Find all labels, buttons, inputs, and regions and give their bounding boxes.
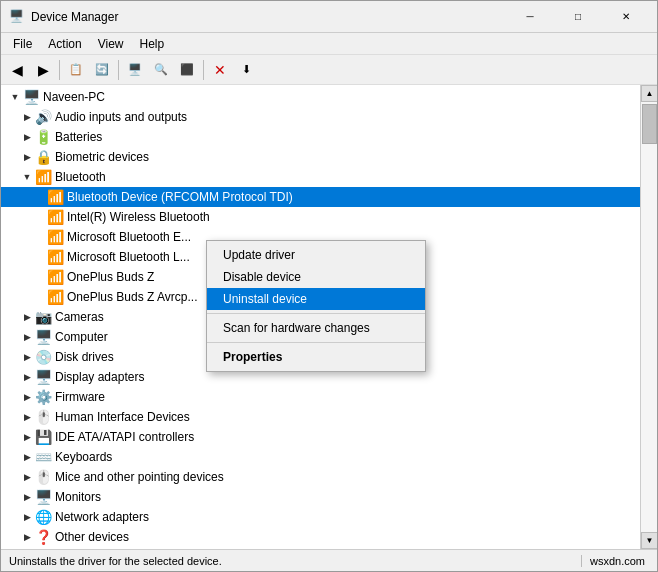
ctx-update-driver[interactable]: Update driver	[207, 244, 425, 266]
tree-item-batteries[interactable]: ▶ 🔋 Batteries	[1, 127, 640, 147]
cameras-expand-icon[interactable]: ▶	[21, 311, 33, 323]
disable-button[interactable]: 🖥️	[123, 58, 147, 82]
tree-item-firmware[interactable]: ▶ ⚙️ Firmware	[1, 387, 640, 407]
firmware-label: Firmware	[55, 390, 105, 404]
minimize-button[interactable]: ─	[507, 1, 553, 33]
menu-view[interactable]: View	[90, 35, 132, 53]
menu-file[interactable]: File	[5, 35, 40, 53]
window-title: Device Manager	[31, 10, 507, 24]
hid-label: Human Interface Devices	[55, 410, 190, 424]
menu-action[interactable]: Action	[40, 35, 89, 53]
other-expand-icon[interactable]: ▶	[21, 531, 33, 543]
tree-item-bt2[interactable]: 📶 Intel(R) Wireless Bluetooth	[1, 207, 640, 227]
root-label: Naveen-PC	[43, 90, 105, 104]
toolbar-sep-1	[59, 60, 60, 80]
menu-help[interactable]: Help	[132, 35, 173, 53]
tree-item-bluetooth[interactable]: ▼ 📶 Bluetooth	[1, 167, 640, 187]
title-bar: 🖥️ Device Manager ─ □ ✕	[1, 1, 657, 33]
biometric-expand-icon[interactable]: ▶	[21, 151, 33, 163]
ctx-scan-hardware[interactable]: Scan for hardware changes	[207, 317, 425, 339]
ide-expand-icon[interactable]: ▶	[21, 431, 33, 443]
root-expand-icon[interactable]: ▼	[9, 91, 21, 103]
bt2-icon: 📶	[47, 209, 63, 225]
ctx-separator-2	[207, 342, 425, 343]
tree-item-network[interactable]: ▶ 🌐 Network adapters	[1, 507, 640, 527]
tree-root[interactable]: ▼ 🖥️ Naveen-PC	[1, 87, 640, 107]
ctx-properties[interactable]: Properties	[207, 346, 425, 368]
remove-button[interactable]: ✕	[208, 58, 232, 82]
status-website: wsxdn.com	[582, 555, 653, 567]
ide-label: IDE ATA/ATAPI controllers	[55, 430, 194, 444]
tree-item-other[interactable]: ▶ ❓ Other devices	[1, 527, 640, 547]
mice-expand-icon[interactable]: ▶	[21, 471, 33, 483]
tree-item-mice[interactable]: ▶ 🖱️ Mice and other pointing devices	[1, 467, 640, 487]
bluetooth-expand-icon[interactable]: ▼	[21, 171, 33, 183]
bt5-icon: 📶	[47, 269, 63, 285]
ctx-disable-device[interactable]: Disable device	[207, 266, 425, 288]
display-icon: 🖥️	[35, 369, 51, 385]
hid-icon: 🖱️	[35, 409, 51, 425]
scroll-up-button[interactable]: ▲	[641, 85, 657, 102]
scroll-down-button[interactable]: ▼	[641, 532, 657, 549]
status-message: Uninstalls the driver for the selected d…	[5, 555, 582, 567]
context-menu: Update driver Disable device Uninstall d…	[206, 240, 426, 372]
bt4-icon: 📶	[47, 249, 63, 265]
bt2-expand-icon	[33, 211, 45, 223]
firmware-expand-icon[interactable]: ▶	[21, 391, 33, 403]
ide-icon: 💾	[35, 429, 51, 445]
other-icon: ❓	[35, 529, 51, 545]
tree-item-monitors[interactable]: ▶ 🖥️ Monitors	[1, 487, 640, 507]
tree-item-bt1[interactable]: 📶 Bluetooth Device (RFCOMM Protocol TDI)	[1, 187, 640, 207]
keyboards-expand-icon[interactable]: ▶	[21, 451, 33, 463]
close-button[interactable]: ✕	[603, 1, 649, 33]
update-driver-button[interactable]: 🔄	[90, 58, 114, 82]
bt5-expand-icon	[33, 271, 45, 283]
tree-item-audio[interactable]: ▶ 🔊 Audio inputs and outputs	[1, 107, 640, 127]
monitors-expand-icon[interactable]: ▶	[21, 491, 33, 503]
tree-item-biometric[interactable]: ▶ 🔒 Biometric devices	[1, 147, 640, 167]
forward-button[interactable]: ▶	[31, 58, 55, 82]
tree-item-keyboards[interactable]: ▶ ⌨️ Keyboards	[1, 447, 640, 467]
cameras-label: Cameras	[55, 310, 104, 324]
audio-label: Audio inputs and outputs	[55, 110, 187, 124]
toolbar: ◀ ▶ 📋 🔄 🖥️ 🔍 ⬛ ✕ ⬇	[1, 55, 657, 85]
window-controls: ─ □ ✕	[507, 1, 649, 33]
scroll-thumb[interactable]	[642, 104, 657, 144]
vertical-scrollbar[interactable]: ▲ ▼	[640, 85, 657, 549]
audio-icon: 🔊	[35, 109, 51, 125]
main-area: ▼ 🖥️ Naveen-PC ▶ 🔊 Audio inputs and outp…	[1, 85, 657, 549]
hid-expand-icon[interactable]: ▶	[21, 411, 33, 423]
scroll-track[interactable]	[641, 102, 657, 532]
display-expand-icon[interactable]: ▶	[21, 371, 33, 383]
computer-expand-icon[interactable]: ▶	[21, 331, 33, 343]
monitors-label: Monitors	[55, 490, 101, 504]
properties-button[interactable]: 📋	[64, 58, 88, 82]
bluetooth-icon: 📶	[35, 169, 51, 185]
firmware-icon: ⚙️	[35, 389, 51, 405]
status-bar: Uninstalls the driver for the selected d…	[1, 549, 657, 571]
bt1-icon: 📶	[47, 189, 63, 205]
disk-icon: 💿	[35, 349, 51, 365]
bt4-expand-icon	[33, 251, 45, 263]
audio-expand-icon[interactable]: ▶	[21, 111, 33, 123]
scan-button[interactable]: ⬛	[175, 58, 199, 82]
other-label: Other devices	[55, 530, 129, 544]
uninstall-button[interactable]: 🔍	[149, 58, 173, 82]
maximize-button[interactable]: □	[555, 1, 601, 33]
keyboards-label: Keyboards	[55, 450, 112, 464]
batteries-expand-icon[interactable]: ▶	[21, 131, 33, 143]
bt4-label: Microsoft Bluetooth L...	[67, 250, 190, 264]
tree-item-ide[interactable]: ▶ 💾 IDE ATA/ATAPI controllers	[1, 427, 640, 447]
tree-item-hid[interactable]: ▶ 🖱️ Human Interface Devices	[1, 407, 640, 427]
bluetooth-label: Bluetooth	[55, 170, 106, 184]
bt3-icon: 📶	[47, 229, 63, 245]
app-icon: 🖥️	[9, 9, 25, 25]
network-expand-icon[interactable]: ▶	[21, 511, 33, 523]
add-button[interactable]: ⬇	[234, 58, 258, 82]
tree-item-ports[interactable]: ▶ 🔌 Ports (COM & LPT)	[1, 547, 640, 549]
disk-expand-icon[interactable]: ▶	[21, 351, 33, 363]
back-button[interactable]: ◀	[5, 58, 29, 82]
batteries-label: Batteries	[55, 130, 102, 144]
ctx-uninstall-device[interactable]: Uninstall device	[207, 288, 425, 310]
mice-icon: 🖱️	[35, 469, 51, 485]
